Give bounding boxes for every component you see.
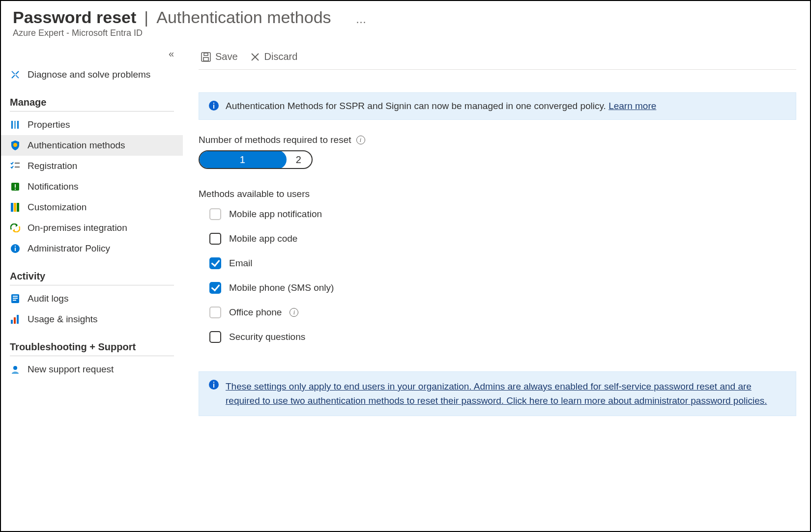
svg-rect-10 [14, 203, 16, 212]
page-title-strong: Password reset [13, 8, 136, 27]
sidebar-item-label: Properties [28, 119, 70, 130]
svg-rect-23 [202, 53, 210, 61]
chevron-double-left-icon: « [169, 48, 174, 59]
sidebar-item-registration[interactable]: Registration [1, 156, 183, 176]
sidebar-group-manage: Manage [1, 85, 183, 111]
methods-title: Methods available to users [199, 189, 796, 199]
discard-button[interactable]: Discard [250, 51, 298, 62]
method-label: Email [229, 258, 253, 269]
notification-icon [10, 182, 21, 191]
sidebar-item-label: On-premises integration [28, 223, 127, 233]
method-label: Mobile app notification [229, 209, 322, 220]
more-actions-button[interactable]: … [336, 13, 368, 26]
method-mobile-phone[interactable]: Mobile phone (SMS only) [209, 282, 796, 294]
sidebar-item-diagnose[interactable]: Diagnose and solve problems [1, 64, 183, 85]
svg-rect-18 [13, 300, 16, 301]
svg-rect-14 [15, 246, 16, 247]
sidebar-item-notifications[interactable]: Notifications [1, 176, 183, 197]
svg-point-22 [13, 366, 17, 370]
sliders-icon [10, 120, 21, 129]
title-separator: | [141, 8, 151, 27]
sidebar-item-usage[interactable]: Usage & insights [1, 309, 183, 330]
checkbox[interactable] [209, 208, 221, 220]
svg-rect-19 [11, 320, 13, 324]
sidebar-item-label: Diagnose and solve problems [28, 69, 150, 80]
page-header: Password reset | Authentication methods … [1, 1, 810, 41]
method-label: Mobile app code [229, 233, 297, 244]
sidebar-item-auth-methods[interactable]: Authentication methods [1, 135, 183, 156]
checkbox[interactable] [209, 257, 221, 269]
checkbox[interactable] [209, 331, 221, 343]
sidebar-item-support[interactable]: New support request [1, 359, 183, 380]
svg-rect-16 [13, 296, 18, 297]
svg-rect-33 [213, 382, 214, 383]
method-mobile-app-code[interactable]: Mobile app code [209, 233, 796, 245]
page-title-light: Authentication methods [156, 8, 331, 27]
close-icon [250, 52, 261, 62]
method-mobile-app-notification[interactable]: Mobile app notification [209, 208, 796, 220]
sidebar-item-label: Usage & insights [28, 314, 98, 325]
discard-label: Discard [264, 51, 298, 62]
method-label: Office phone [229, 307, 282, 318]
save-icon [201, 52, 211, 62]
info-banner-bottom: These settings only apply to end users i… [199, 371, 796, 416]
save-button[interactable]: Save [201, 51, 238, 62]
info-banner-text: Authentication Methods for SSPR and Sign… [226, 101, 608, 111]
sidebar-item-properties[interactable]: Properties [1, 114, 183, 135]
info-icon [209, 101, 219, 111]
collapse-sidebar-button[interactable]: « [1, 48, 183, 64]
checkbox[interactable] [209, 282, 221, 294]
info-icon [209, 380, 219, 390]
method-office-phone[interactable]: Office phone i [209, 307, 796, 318]
method-security-questions[interactable]: Security questions [209, 331, 796, 343]
sidebar-item-label: Administrator Policy [28, 243, 110, 254]
sidebar-item-onprem[interactable]: On-premises integration [1, 218, 183, 238]
checklist-icon [10, 162, 21, 170]
save-label: Save [215, 51, 238, 62]
num-methods-label: Number of methods required to reset i [199, 135, 796, 145]
svg-rect-0 [11, 121, 13, 129]
svg-rect-30 [213, 103, 214, 104]
methods-list: Mobile app notification Mobile app code … [199, 208, 796, 343]
page-subtitle: Azure Expert - Microsoft Entra ID [13, 28, 798, 38]
num-methods-toggle[interactable]: 1 2 [199, 150, 313, 169]
sidebar-item-customization[interactable]: Customization [1, 197, 183, 218]
sidebar-item-label: Notifications [28, 181, 79, 192]
sidebar-item-label: New support request [28, 364, 114, 375]
info-tooltip-icon[interactable]: i [356, 136, 365, 144]
sidebar-group-activity: Activity [1, 259, 183, 285]
svg-rect-17 [13, 298, 18, 299]
sidebar-item-audit-logs[interactable]: Audit logs [1, 288, 183, 309]
learn-more-link[interactable]: Learn more [608, 101, 656, 111]
svg-rect-20 [14, 317, 16, 324]
sync-icon [10, 224, 21, 232]
sidebar-item-label: Registration [28, 161, 77, 171]
info-icon [10, 244, 21, 253]
log-icon [10, 294, 21, 303]
sidebar: « Diagnose and solve problems Manage Pro… [1, 41, 183, 531]
support-icon [10, 365, 21, 374]
svg-rect-7 [15, 184, 16, 188]
num-methods-option-1[interactable]: 1 [199, 150, 287, 169]
shield-icon [10, 140, 21, 150]
info-tooltip-icon[interactable]: i [290, 308, 298, 317]
palette-icon [10, 203, 21, 212]
sidebar-item-label: Audit logs [28, 293, 68, 304]
sidebar-item-admin-policy[interactable]: Administrator Policy [1, 238, 183, 259]
svg-rect-29 [213, 105, 214, 109]
wrench-icon [10, 70, 21, 80]
chart-icon [10, 315, 21, 324]
sidebar-group-support: Troubleshooting + Support [1, 330, 183, 356]
svg-rect-32 [213, 384, 214, 388]
sidebar-item-label: Authentication methods [28, 140, 125, 151]
method-email[interactable]: Email [209, 257, 796, 269]
toolbar: Save Discard [199, 46, 796, 70]
svg-rect-8 [15, 189, 16, 190]
admin-policy-link[interactable]: These settings only apply to end users i… [226, 380, 786, 408]
svg-rect-2 [17, 121, 19, 129]
checkbox[interactable] [209, 307, 221, 318]
num-methods-option-2[interactable]: 2 [286, 151, 312, 168]
checkbox[interactable] [209, 233, 221, 245]
sidebar-item-label: Customization [28, 202, 87, 213]
svg-rect-21 [17, 315, 19, 324]
